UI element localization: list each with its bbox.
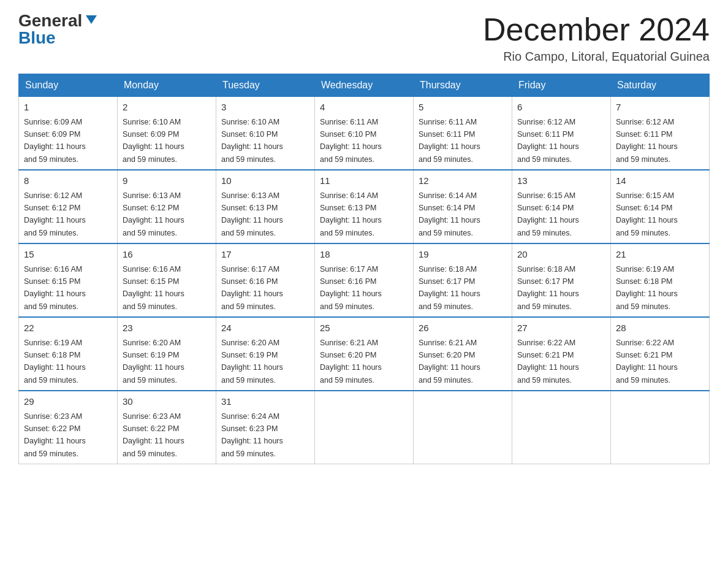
day-info: Sunrise: 6:12 AMSunset: 6:11 PMDaylight:…	[517, 118, 579, 164]
day-info: Sunrise: 6:24 AMSunset: 6:23 PMDaylight:…	[221, 412, 283, 458]
day-info: Sunrise: 6:14 AMSunset: 6:13 PMDaylight:…	[320, 191, 382, 237]
col-header-monday: Monday	[118, 74, 216, 96]
day-info: Sunrise: 6:18 AMSunset: 6:17 PMDaylight:…	[419, 265, 480, 311]
day-number: 28	[616, 321, 704, 335]
calendar-week-row-2: 8 Sunrise: 6:12 AMSunset: 6:12 PMDayligh…	[19, 170, 710, 243]
day-info: Sunrise: 6:13 AMSunset: 6:13 PMDaylight:…	[221, 191, 283, 237]
day-info: Sunrise: 6:13 AMSunset: 6:12 PMDaylight:…	[123, 191, 184, 237]
calendar-cell: 26 Sunrise: 6:21 AMSunset: 6:20 PMDaylig…	[414, 317, 512, 391]
calendar-week-row-5: 29 Sunrise: 6:23 AMSunset: 6:22 PMDaylig…	[19, 391, 710, 464]
location-title: Rio Campo, Litoral, Equatorial Guinea	[483, 50, 710, 64]
day-number: 30	[123, 395, 211, 409]
calendar-cell: 28 Sunrise: 6:22 AMSunset: 6:21 PMDaylig…	[611, 317, 710, 391]
day-number: 9	[123, 174, 211, 188]
calendar-cell: 5 Sunrise: 6:11 AMSunset: 6:11 PMDayligh…	[414, 96, 512, 170]
day-number: 1	[24, 101, 112, 115]
calendar-table: Sunday Monday Tuesday Wednesday Thursday…	[18, 74, 710, 464]
day-info: Sunrise: 6:10 AMSunset: 6:10 PMDaylight:…	[221, 118, 283, 164]
calendar-cell: 21 Sunrise: 6:19 AMSunset: 6:18 PMDaylig…	[611, 243, 710, 317]
calendar-week-row-4: 22 Sunrise: 6:19 AMSunset: 6:18 PMDaylig…	[19, 317, 710, 391]
col-header-wednesday: Wednesday	[315, 74, 414, 96]
svg-marker-0	[86, 15, 97, 24]
day-info: Sunrise: 6:17 AMSunset: 6:16 PMDaylight:…	[320, 265, 382, 311]
day-info: Sunrise: 6:23 AMSunset: 6:22 PMDaylight:…	[123, 412, 184, 458]
calendar-cell: 9 Sunrise: 6:13 AMSunset: 6:12 PMDayligh…	[118, 170, 216, 243]
day-number: 8	[24, 174, 112, 188]
day-info: Sunrise: 6:16 AMSunset: 6:15 PMDaylight:…	[24, 265, 86, 311]
day-info: Sunrise: 6:12 AMSunset: 6:12 PMDaylight:…	[24, 191, 86, 237]
day-number: 19	[419, 248, 507, 262]
day-number: 20	[517, 248, 605, 262]
calendar-cell: 22 Sunrise: 6:19 AMSunset: 6:18 PMDaylig…	[19, 317, 118, 391]
day-number: 15	[24, 248, 112, 262]
calendar-week-row-1: 1 Sunrise: 6:09 AMSunset: 6:09 PMDayligh…	[19, 96, 710, 170]
calendar-cell: 16 Sunrise: 6:16 AMSunset: 6:15 PMDaylig…	[118, 243, 216, 317]
col-header-sunday: Sunday	[19, 74, 118, 96]
day-number: 31	[221, 395, 309, 409]
day-info: Sunrise: 6:11 AMSunset: 6:10 PMDaylight:…	[320, 118, 382, 164]
calendar-cell: 11 Sunrise: 6:14 AMSunset: 6:13 PMDaylig…	[315, 170, 414, 243]
day-number: 11	[320, 174, 408, 188]
calendar-cell: 27 Sunrise: 6:22 AMSunset: 6:21 PMDaylig…	[512, 317, 611, 391]
day-number: 4	[320, 101, 408, 115]
calendar-cell: 20 Sunrise: 6:18 AMSunset: 6:17 PMDaylig…	[512, 243, 611, 317]
day-number: 29	[24, 395, 112, 409]
day-info: Sunrise: 6:10 AMSunset: 6:09 PMDaylight:…	[123, 118, 184, 164]
day-number: 6	[517, 101, 605, 115]
calendar-cell: 23 Sunrise: 6:20 AMSunset: 6:19 PMDaylig…	[118, 317, 216, 391]
day-info: Sunrise: 6:16 AMSunset: 6:15 PMDaylight:…	[123, 265, 184, 311]
day-info: Sunrise: 6:11 AMSunset: 6:11 PMDaylight:…	[419, 118, 480, 164]
day-number: 18	[320, 248, 408, 262]
logo-general-text: General	[18, 12, 82, 29]
day-number: 22	[24, 321, 112, 335]
day-info: Sunrise: 6:22 AMSunset: 6:21 PMDaylight:…	[616, 339, 678, 385]
calendar-cell: 10 Sunrise: 6:13 AMSunset: 6:13 PMDaylig…	[216, 170, 315, 243]
day-number: 23	[123, 321, 211, 335]
day-info: Sunrise: 6:15 AMSunset: 6:14 PMDaylight:…	[517, 191, 579, 237]
day-info: Sunrise: 6:14 AMSunset: 6:14 PMDaylight:…	[419, 191, 480, 237]
month-title: December 2024	[483, 12, 710, 47]
calendar-cell	[315, 391, 414, 464]
day-number: 7	[616, 101, 704, 115]
calendar-cell	[611, 391, 710, 464]
calendar-cell: 2 Sunrise: 6:10 AMSunset: 6:09 PMDayligh…	[118, 96, 216, 170]
day-info: Sunrise: 6:15 AMSunset: 6:14 PMDaylight:…	[616, 191, 678, 237]
calendar-cell: 18 Sunrise: 6:17 AMSunset: 6:16 PMDaylig…	[315, 243, 414, 317]
calendar-cell: 29 Sunrise: 6:23 AMSunset: 6:22 PMDaylig…	[19, 391, 118, 464]
day-number: 16	[123, 248, 211, 262]
calendar-cell: 7 Sunrise: 6:12 AMSunset: 6:11 PMDayligh…	[611, 96, 710, 170]
day-number: 5	[419, 101, 507, 115]
day-number: 26	[419, 321, 507, 335]
calendar-cell: 1 Sunrise: 6:09 AMSunset: 6:09 PMDayligh…	[19, 96, 118, 170]
calendar-cell: 6 Sunrise: 6:12 AMSunset: 6:11 PMDayligh…	[512, 96, 611, 170]
day-number: 27	[517, 321, 605, 335]
day-number: 25	[320, 321, 408, 335]
calendar-cell	[414, 391, 512, 464]
logo-blue-text: Blue	[18, 29, 56, 47]
day-number: 17	[221, 248, 309, 262]
col-header-saturday: Saturday	[611, 74, 710, 96]
day-info: Sunrise: 6:19 AMSunset: 6:18 PMDaylight:…	[616, 265, 678, 311]
calendar-cell: 4 Sunrise: 6:11 AMSunset: 6:10 PMDayligh…	[315, 96, 414, 170]
logo-arrow-icon	[85, 13, 98, 26]
title-area: December 2024 Rio Campo, Litoral, Equato…	[483, 12, 710, 64]
day-info: Sunrise: 6:17 AMSunset: 6:16 PMDaylight:…	[221, 265, 283, 311]
col-header-tuesday: Tuesday	[216, 74, 315, 96]
day-info: Sunrise: 6:20 AMSunset: 6:19 PMDaylight:…	[221, 339, 283, 385]
calendar-cell: 15 Sunrise: 6:16 AMSunset: 6:15 PMDaylig…	[19, 243, 118, 317]
calendar-cell: 14 Sunrise: 6:15 AMSunset: 6:14 PMDaylig…	[611, 170, 710, 243]
day-info: Sunrise: 6:22 AMSunset: 6:21 PMDaylight:…	[517, 339, 579, 385]
calendar-header-row: Sunday Monday Tuesday Wednesday Thursday…	[19, 74, 710, 96]
calendar-cell: 17 Sunrise: 6:17 AMSunset: 6:16 PMDaylig…	[216, 243, 315, 317]
calendar-cell: 30 Sunrise: 6:23 AMSunset: 6:22 PMDaylig…	[118, 391, 216, 464]
calendar-cell: 8 Sunrise: 6:12 AMSunset: 6:12 PMDayligh…	[19, 170, 118, 243]
day-number: 13	[517, 174, 605, 188]
calendar-cell: 13 Sunrise: 6:15 AMSunset: 6:14 PMDaylig…	[512, 170, 611, 243]
calendar-cell: 31 Sunrise: 6:24 AMSunset: 6:23 PMDaylig…	[216, 391, 315, 464]
calendar-cell	[512, 391, 611, 464]
calendar-cell: 3 Sunrise: 6:10 AMSunset: 6:10 PMDayligh…	[216, 96, 315, 170]
day-number: 2	[123, 101, 211, 115]
day-number: 14	[616, 174, 704, 188]
col-header-thursday: Thursday	[414, 74, 512, 96]
calendar-cell: 24 Sunrise: 6:20 AMSunset: 6:19 PMDaylig…	[216, 317, 315, 391]
